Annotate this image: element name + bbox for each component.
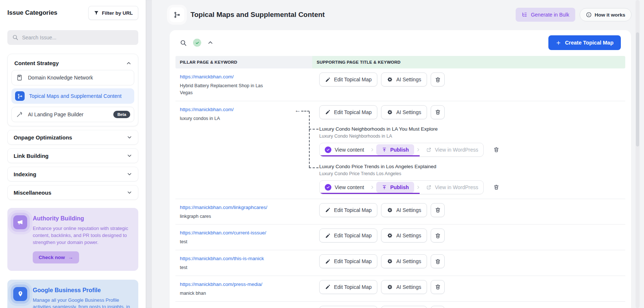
scrollbar-thumb[interactable] [636, 32, 639, 146]
sidebar-section-miscellaneous[interactable]: Miscellaneous [7, 185, 138, 200]
delete-row-button[interactable] [431, 203, 445, 217]
ai-settings-button[interactable]: AI Settings [381, 280, 427, 294]
app-window: Issue Categories Filter by URL Content S… [0, 0, 644, 308]
location-pin-icon [13, 287, 27, 301]
pillar-url-link[interactable]: https://manickbhan.com/this-is-manick [180, 256, 264, 261]
search-issue-input[interactable] [7, 30, 138, 45]
edit-label: Edit Topical Map [334, 258, 371, 264]
delete-supporting-page-button[interactable] [493, 146, 499, 153]
page-scrollbar[interactable] [636, 0, 640, 308]
trash-icon [435, 207, 441, 213]
chevron-down-icon [127, 153, 132, 158]
ai-settings-button[interactable]: AI Settings [381, 72, 427, 86]
sidebar-section-indexing[interactable]: Indexing [7, 167, 138, 181]
promo-title: Authority Building [33, 215, 132, 222]
stepper-progress-bar [320, 155, 420, 156]
ai-settings-button[interactable]: AI Settings [381, 105, 427, 119]
promo-title: Google Business Profile [33, 287, 132, 294]
chevron-right-icon [370, 148, 374, 152]
page-title: Topical Maps and Supplemental Content [191, 11, 516, 19]
delete-row-button[interactable] [431, 72, 445, 86]
content-strategy-section: Content Strategy Domain Knowledge Networ… [7, 54, 138, 126]
trash-icon [435, 109, 441, 115]
pillar-url-link[interactable]: https://manickbhan.com/ [180, 107, 234, 112]
delete-row-button[interactable] [431, 280, 445, 294]
sidebar-item-label: Topical Maps and Supplemental Content [29, 93, 121, 99]
publish-step[interactable]: Publish [376, 182, 414, 193]
how-it-works-label: How it works [595, 12, 625, 18]
git-branch-icon [15, 91, 25, 101]
supporting-page-keyword: Luxury Condo Neighborhoods in LA [319, 134, 625, 139]
delete-supporting-page-button[interactable] [493, 184, 499, 190]
collapse-branch-arrow-icon[interactable]: ← [295, 107, 301, 114]
pillar-url-link[interactable]: https://manickbhan.com/press-media/ [180, 282, 262, 287]
supporting-page-item: Luxury Condo Neighborhoods in LA You Mus… [319, 126, 625, 157]
pillar-keyword: test [180, 238, 275, 245]
how-it-works-button[interactable]: How it works [580, 8, 631, 21]
view-content-step[interactable]: View content [320, 181, 369, 194]
create-topical-map-button[interactable]: Create Topical Map [548, 35, 621, 50]
check-circle-icon [325, 146, 331, 153]
supporting-page-keyword: Luxury Condo Price Trends Los Angeles [319, 171, 625, 176]
chevron-up-icon [126, 61, 131, 66]
sidebar-item-topical-maps[interactable]: Topical Maps and Supplemental Content [11, 88, 134, 104]
collapse-list-button[interactable] [207, 40, 213, 46]
filter-by-url-button[interactable]: Filter by URL [88, 6, 138, 20]
magic-wand-icon [15, 111, 24, 118]
pillar-url-link[interactable]: https://manickbhan.com/linkgraphcares/ [180, 205, 267, 210]
pillar-keyword: luxury condos in LA [180, 115, 275, 122]
sidebar-item-domain-knowledge-network[interactable]: Domain Knowledge Network [11, 70, 134, 85]
stepper-progress-bar [320, 193, 420, 194]
connector-line [301, 111, 309, 111]
connection-status-icon[interactable] [193, 39, 201, 47]
edit-topical-map-button[interactable]: Edit Topical Map [319, 306, 377, 308]
gear-icon [387, 207, 393, 213]
table-row-expanded: https://manickbhan.com/ luxury condos in… [175, 101, 625, 199]
edit-topical-map-button[interactable]: Edit Topical Map [319, 254, 377, 268]
beta-badge: Beta [113, 111, 130, 118]
list-tree-icon [522, 12, 527, 18]
edit-topical-map-button[interactable]: Edit Topical Map [319, 72, 377, 86]
ai-settings-button[interactable]: AI Settings [381, 229, 427, 242]
content-strategy-header[interactable]: Content Strategy [11, 58, 134, 67]
table-search-button[interactable] [180, 39, 187, 46]
pillar-url-link[interactable]: https://manickbhan.com/current-isssue/ [180, 230, 266, 236]
edit-topical-map-button[interactable]: Edit Topical Map [319, 229, 377, 242]
publish-stepper: View content Publish Vie [319, 180, 484, 194]
section-label: Miscellaneous [14, 190, 51, 196]
view-in-wordpress-step[interactable]: View in WordPress [421, 143, 483, 156]
publish-step[interactable]: Publish [376, 144, 414, 155]
ai-settings-button[interactable]: AI Settings [381, 254, 427, 268]
ai-settings-label: AI Settings [396, 233, 421, 238]
view-content-label: View content [335, 147, 364, 153]
table-row: https://manickbhan.com/this-is-manick te… [175, 250, 625, 276]
delete-row-button[interactable] [431, 105, 445, 119]
edit-topical-map-button[interactable]: Edit Topical Map [319, 203, 377, 217]
ai-settings-label: AI Settings [396, 109, 421, 115]
check-now-button[interactable]: Check now → [33, 251, 79, 263]
gear-icon [387, 109, 393, 115]
connector-line [309, 167, 319, 168]
view-content-step[interactable]: View content [320, 143, 369, 156]
delete-row-button[interactable] [431, 229, 445, 242]
ai-settings-label: AI Settings [396, 284, 421, 290]
view-in-wordpress-step[interactable]: View in WordPress [421, 181, 483, 194]
sidebar-section-onpage-optimizations[interactable]: Onpage Optimizations [7, 130, 138, 145]
authority-building-promo: Authority Building Enhance your online r… [7, 208, 138, 271]
ai-settings-button[interactable]: AI Settings [381, 306, 427, 308]
generate-in-bulk-button[interactable]: Generate in Bulk [516, 8, 575, 22]
publish-label: Publish [390, 184, 409, 190]
sidebar-section-link-building[interactable]: Link Building [7, 148, 138, 163]
ai-settings-button[interactable]: AI Settings [381, 203, 427, 217]
create-topical-map-label: Create Topical Map [565, 40, 613, 46]
ai-settings-label: AI Settings [396, 258, 421, 264]
delete-row-button[interactable] [431, 254, 445, 268]
supporting-page-title: Luxury Condo Neighborhoods in LA You Mus… [319, 126, 625, 132]
pillar-url-link[interactable]: https://manickbhan.com/ [180, 74, 234, 79]
edit-topical-map-button[interactable]: Edit Topical Map [319, 105, 377, 119]
search-icon [12, 34, 18, 40]
pencil-icon [325, 284, 331, 290]
edit-topical-map-button[interactable]: Edit Topical Map [319, 280, 377, 294]
delete-row-button[interactable] [431, 306, 445, 308]
sidebar-item-ai-landing-page-builder[interactable]: AI Landing Page Builder Beta [11, 107, 134, 122]
